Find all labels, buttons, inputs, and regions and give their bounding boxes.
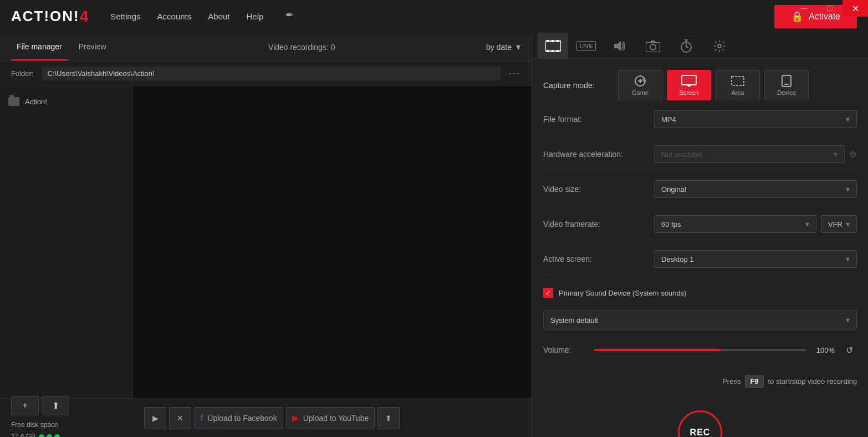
- close-button[interactable]: ✕: [843, 0, 868, 17]
- fps-dropdown[interactable]: 60 fps ▾: [654, 215, 816, 233]
- fps-value: 60 fps: [661, 220, 681, 228]
- share-icon: ⬆: [385, 414, 392, 423]
- capture-mode-label: Capture mode:: [543, 81, 610, 90]
- disk-dots: [39, 434, 60, 437]
- bottom-left: + ⬆ Free disk space 27.6 GB: [6, 396, 139, 438]
- capture-mode-area[interactable]: Area: [716, 70, 760, 100]
- vfr-dropdown[interactable]: VFR ▾: [821, 215, 857, 233]
- list-item[interactable]: Action!: [0, 92, 132, 111]
- volume-percentage: 100%: [813, 346, 835, 354]
- hw-accel-value-row: Not available ▾ ⚙: [654, 145, 857, 163]
- maximize-button[interactable]: □: [817, 0, 843, 17]
- svg-rect-24: [732, 77, 744, 85]
- svg-rect-2: [552, 40, 554, 42]
- tab-preview[interactable]: Preview: [73, 33, 112, 60]
- hw-accel-dropdown[interactable]: Not available ▾: [654, 145, 845, 163]
- minimize-button[interactable]: ─: [792, 0, 817, 17]
- video-size-value: Original: [661, 185, 686, 194]
- disk-info: Free disk space: [11, 421, 133, 429]
- rec-button[interactable]: REC: [678, 410, 722, 437]
- folder-options-button[interactable]: ···: [509, 68, 520, 79]
- screenshots-icon: [646, 40, 660, 52]
- tab-live-streaming[interactable]: LIVE: [571, 33, 601, 58]
- header: ACT!ON!4 Settings Accounts About Help ✒ …: [0, 0, 868, 33]
- tab-audio[interactable]: [604, 33, 635, 58]
- svg-point-20: [644, 80, 645, 82]
- tab-benchmarks[interactable]: [671, 33, 701, 58]
- capture-game-label: Game: [632, 89, 649, 96]
- video-size-dropdown[interactable]: Original ▾: [654, 180, 857, 198]
- fps-arrow: ▾: [805, 220, 809, 228]
- pen-icon[interactable]: ✒: [285, 9, 294, 24]
- upload-youtube-label: Upload to YouTube: [303, 414, 369, 423]
- tab-screenshots[interactable]: [637, 33, 668, 58]
- hw-accel-label: Hardware acceleration:: [543, 150, 654, 159]
- press-label: Press: [722, 377, 741, 385]
- share-button[interactable]: ⬆: [377, 407, 400, 429]
- upload-facebook-label: Upload to Facebook: [207, 414, 277, 423]
- settings-content: Capture mode: Game: [532, 59, 868, 437]
- stop-button[interactable]: ✕: [169, 407, 191, 429]
- upload-youtube-button[interactable]: ▶ Upload to YouTube: [286, 407, 375, 429]
- tab-file-manager[interactable]: File manager: [11, 33, 68, 60]
- svg-marker-7: [614, 41, 621, 51]
- capture-mode-screen[interactable]: Screen: [667, 70, 711, 100]
- sound-device-value: System default: [550, 316, 598, 324]
- active-screen-dropdown[interactable]: Desktop 1 ▾: [654, 250, 857, 268]
- media-controls: ▶ ✕ f Upload to Facebook ▶ Upload to You…: [139, 407, 526, 429]
- nav-help[interactable]: Help: [246, 9, 263, 24]
- play-button[interactable]: ▶: [144, 407, 166, 429]
- vfr-arrow: ▾: [846, 220, 850, 228]
- disk-dot-1: [39, 434, 44, 437]
- sort-by-label: by date: [486, 43, 512, 52]
- svg-rect-1: [547, 40, 549, 42]
- active-screen-row: Active screen: Desktop 1 ▾: [543, 250, 857, 275]
- sort-by[interactable]: by date ▾: [486, 42, 520, 52]
- tabs-bar: File manager Preview Video recordings: 0…: [0, 33, 532, 61]
- tab-video-recordings[interactable]: [538, 33, 568, 58]
- svg-point-15: [718, 44, 721, 48]
- video-size-value-row: Original ▾: [654, 180, 857, 198]
- nav-about[interactable]: About: [208, 9, 229, 24]
- preview-area: [133, 86, 532, 398]
- facebook-icon: f: [200, 413, 203, 423]
- primary-sound-checkbox[interactable]: ✓: [543, 288, 553, 298]
- rec-area: REC: [543, 402, 857, 437]
- video-recordings-icon: [545, 40, 561, 52]
- upload-facebook-button[interactable]: f Upload to Facebook: [194, 407, 283, 429]
- capture-mode-game[interactable]: Game: [618, 70, 662, 100]
- capture-mode-device[interactable]: Device: [764, 70, 809, 100]
- capture-mode-row: Capture mode: Game: [543, 70, 857, 100]
- framerate-row: 60 fps ▾ VFR ▾: [654, 215, 857, 233]
- volume-label: Volume:: [543, 345, 588, 354]
- video-size-row: Video size: Original ▾: [543, 180, 857, 205]
- add-folder-button[interactable]: +: [11, 396, 39, 415]
- sound-device-dropdown[interactable]: System default ▾: [543, 311, 857, 329]
- tab-settings[interactable]: [704, 33, 734, 58]
- capture-screen-label: Screen: [680, 89, 699, 96]
- device-icon: [782, 75, 792, 87]
- content-area: Action!: [0, 86, 532, 398]
- active-screen-value-row: Desktop 1 ▾: [654, 250, 857, 268]
- vfr-value: VFR: [828, 220, 843, 228]
- nav-accounts[interactable]: Accounts: [157, 9, 192, 24]
- svg-rect-3: [556, 40, 559, 42]
- folder-label: Folder:: [11, 69, 33, 78]
- logo-text: ACT!ON!: [11, 8, 80, 25]
- logo: ACT!ON!4: [11, 8, 88, 26]
- video-size-arrow: ▾: [846, 185, 850, 194]
- disk-dot-2: [47, 434, 52, 437]
- volume-reset-button[interactable]: ↺: [841, 342, 857, 358]
- svg-point-19: [642, 78, 644, 80]
- file-format-label: File format:: [543, 115, 654, 124]
- right-panel: LIVE: [532, 33, 868, 437]
- upload-button[interactable]: ⬆: [42, 396, 69, 415]
- primary-sound-row: ✓ Primary Sound Device (System sounds): [543, 285, 857, 301]
- active-screen-arrow: ▾: [846, 255, 850, 263]
- file-format-dropdown[interactable]: MP4 ▾: [654, 110, 857, 128]
- sort-chevron-icon: ▾: [516, 42, 520, 52]
- hw-accel-gear-icon[interactable]: ⚙: [849, 149, 857, 160]
- press-hotkey-row: Press F9 to start/stop video recording: [543, 370, 857, 392]
- nav-settings[interactable]: Settings: [110, 9, 140, 24]
- volume-slider[interactable]: [594, 349, 806, 351]
